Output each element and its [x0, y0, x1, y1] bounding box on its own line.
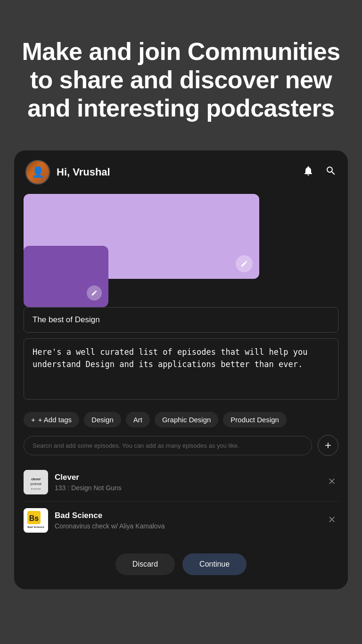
add-episode-button[interactable]: [318, 435, 338, 456]
add-tags-label: + Add tags: [38, 416, 72, 424]
plus-icon: +: [31, 416, 35, 424]
badscience-info: Bad Science Coronavirus check w/ Aliya K…: [55, 511, 319, 530]
search-row: [14, 435, 348, 463]
avatar-image: 👤: [26, 161, 49, 184]
banner-area: [14, 194, 348, 307]
tags-row: + + Add tags Design Art Graphic Design P…: [14, 407, 348, 435]
community-description-input[interactable]: Here's a well curated list of episodes t…: [24, 338, 338, 400]
svg-text:■ ■ ■ ■ ■: ■ ■ ■ ■ ■: [31, 487, 41, 490]
episode-item-bad-science: Bs Bad Science Bad Science Coronavirus c…: [24, 502, 338, 539]
notification-bell-icon[interactable]: [303, 165, 314, 179]
app-card: 👤 Hi, Vrushal: [14, 151, 348, 589]
clever-info: Clever 133 : Design Not Guns: [55, 473, 319, 492]
svg-text:Bad Science: Bad Science: [27, 526, 44, 528]
svg-text:clever: clever: [31, 477, 41, 481]
svg-text:Bs: Bs: [29, 514, 39, 522]
tag-art[interactable]: Art: [126, 412, 150, 427]
tag-product-design[interactable]: Product Design: [223, 412, 287, 427]
remove-badscience-button[interactable]: [325, 513, 338, 528]
episode-search-input[interactable]: [24, 436, 312, 455]
hero-section: Make and join Communities to share and d…: [0, 0, 362, 151]
clever-subtitle: 133 : Design Not Guns: [55, 484, 319, 492]
add-tags-button[interactable]: + + Add tags: [24, 412, 79, 427]
svg-text:podcast: podcast: [30, 482, 42, 486]
hero-title: Make and join Communities to share and d…: [19, 38, 343, 122]
tag-graphic-design[interactable]: Graphic Design: [155, 412, 218, 427]
header-icons: [303, 165, 337, 179]
clever-artwork: clever podcast ■ ■ ■ ■ ■: [24, 470, 48, 494]
community-title-input[interactable]: [24, 307, 338, 333]
search-icon[interactable]: [325, 165, 337, 179]
greeting-text: Hi, Vrushal: [57, 166, 303, 178]
form-area: Here's a well curated list of episodes t…: [14, 307, 348, 407]
episode-list: clever podcast ■ ■ ■ ■ ■ Clever 133 : De…: [14, 463, 348, 539]
badscience-artwork: Bs Bad Science: [24, 508, 48, 533]
episode-item-clever: clever podcast ■ ■ ■ ■ ■ Clever 133 : De…: [24, 463, 338, 502]
badscience-subtitle: Coronavirus check w/ Aliya Kamalova: [55, 522, 319, 530]
clever-title: Clever: [55, 473, 319, 482]
bottom-actions: Discard Continue: [14, 544, 348, 580]
banner-secondary-edit-icon[interactable]: [87, 285, 102, 301]
tag-design[interactable]: Design: [84, 412, 121, 427]
continue-button[interactable]: Continue: [182, 553, 247, 575]
app-header: 👤 Hi, Vrushal: [14, 151, 348, 194]
remove-clever-button[interactable]: [325, 475, 338, 490]
discard-button[interactable]: Discard: [115, 553, 175, 575]
avatar: 👤: [25, 160, 50, 184]
banner-main-edit-icon[interactable]: [236, 255, 253, 272]
banner-secondary: [24, 246, 108, 307]
badscience-title: Bad Science: [55, 511, 319, 520]
